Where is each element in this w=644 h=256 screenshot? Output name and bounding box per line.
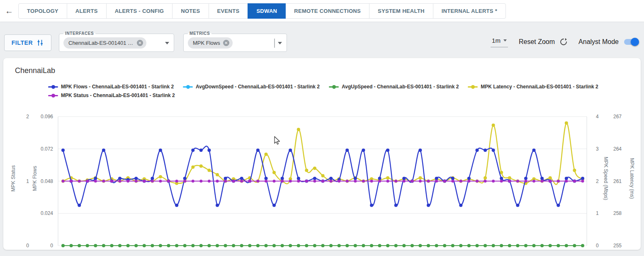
metrics-chip[interactable]: MPK Flows ✕ xyxy=(188,37,233,49)
series-point xyxy=(467,180,470,183)
axis-tick-label: 1 xyxy=(596,210,599,216)
series-point xyxy=(549,244,552,247)
series-point xyxy=(418,149,422,152)
series-point xyxy=(110,244,114,247)
series-point xyxy=(451,177,454,180)
series-point xyxy=(240,244,243,247)
series-point xyxy=(532,149,536,152)
series-point xyxy=(354,244,357,247)
series-point xyxy=(411,244,414,247)
series-point xyxy=(78,204,81,207)
series-point xyxy=(191,166,194,169)
series-point xyxy=(313,177,316,180)
series-point xyxy=(500,180,503,183)
analyst-mode-toggle[interactable] xyxy=(624,38,639,46)
series-point xyxy=(435,244,438,247)
tab-events[interactable]: EVENTS xyxy=(209,3,248,19)
series-point xyxy=(281,180,284,183)
filter-button[interactable]: FILTER xyxy=(4,34,51,51)
series-point xyxy=(61,149,65,152)
series-point xyxy=(62,180,65,183)
tab-remote-connections[interactable]: REMOTE CONNECTIONS xyxy=(285,3,369,19)
series-point xyxy=(159,175,162,178)
series-point xyxy=(394,244,398,247)
series-point xyxy=(459,244,462,247)
chart-canvas[interactable]: 01200.0240.0480.0720.0960123425525826126… xyxy=(3,58,641,250)
chip-remove-icon[interactable]: ✕ xyxy=(137,40,143,46)
series-point xyxy=(265,180,267,183)
series-point xyxy=(443,180,446,183)
chip-remove-icon[interactable]: ✕ xyxy=(223,40,229,46)
time-range-select[interactable]: 1m xyxy=(491,37,508,47)
interfaces-chip[interactable]: ChennaiLab-ES-001401 - St... ✕ xyxy=(63,37,146,49)
series-point xyxy=(467,177,471,180)
series-point xyxy=(378,244,382,247)
series-point xyxy=(183,177,187,180)
series-point xyxy=(313,180,316,183)
series-point xyxy=(224,180,227,183)
tab-alerts-config[interactable]: ALERTS - CONFIG xyxy=(106,3,173,19)
tab-alerts[interactable]: ALERTS xyxy=(67,3,107,19)
time-range-value: 1m xyxy=(492,37,501,44)
axis-tick-label: 261 xyxy=(613,178,622,184)
series-point xyxy=(565,244,568,247)
series-point xyxy=(208,180,211,183)
series-point xyxy=(459,204,462,207)
series-point xyxy=(532,180,535,183)
chevron-down-icon[interactable] xyxy=(278,42,282,44)
series-point xyxy=(573,180,576,183)
interfaces-select[interactable]: INTERFACES ChennaiLab-ES-001401 - St... … xyxy=(59,34,174,52)
series-point xyxy=(403,180,406,183)
tab-notes[interactable]: NOTES xyxy=(172,3,209,19)
series-point xyxy=(240,180,243,183)
series-point xyxy=(329,244,333,247)
axis-tick-label: 0 xyxy=(596,243,599,249)
series-point xyxy=(354,180,357,183)
series-point xyxy=(297,180,300,183)
series-point xyxy=(541,180,544,183)
series-point xyxy=(492,124,495,127)
tab-sdwan[interactable]: SDWAN xyxy=(248,3,286,19)
series-point xyxy=(394,180,397,183)
series-point xyxy=(232,244,235,247)
series-point xyxy=(159,149,162,152)
series-point xyxy=(273,180,276,183)
series-point xyxy=(232,180,235,183)
series-point xyxy=(524,244,527,247)
series-point xyxy=(159,244,162,247)
back-arrow-icon[interactable]: ← xyxy=(0,0,18,22)
axis-tick-label: 0 xyxy=(26,243,29,249)
series-point xyxy=(134,177,138,180)
chevron-down-icon[interactable] xyxy=(165,42,169,44)
metrics-select[interactable]: METRICS MPK Flows ✕ xyxy=(183,34,287,52)
series-point xyxy=(492,244,495,247)
series-point xyxy=(70,244,73,247)
series-point xyxy=(224,177,227,180)
series-point xyxy=(199,244,203,247)
series-point xyxy=(134,244,138,247)
axis-tick-label: 0.072 xyxy=(41,146,53,152)
metrics-chip-text: MPK Flows xyxy=(193,40,220,46)
refresh-icon xyxy=(559,38,568,46)
series-point xyxy=(492,180,495,183)
tab-internal-alerts[interactable]: INTERNAL ALERTS * xyxy=(433,3,506,19)
axis-title: MPK Speed (Mbps) xyxy=(603,157,609,200)
series-point xyxy=(191,244,194,247)
reset-zoom-button[interactable]: Reset Zoom xyxy=(519,38,568,46)
tab-system-health[interactable]: SYSTEM HEALTH xyxy=(369,3,433,19)
series-point xyxy=(143,244,146,247)
series-point xyxy=(467,244,471,247)
series-point xyxy=(207,149,211,152)
series-point xyxy=(345,244,349,247)
series-point xyxy=(524,177,527,180)
series-point xyxy=(476,244,479,247)
series-point xyxy=(516,180,519,183)
tab-topology[interactable]: TOPOLOGY xyxy=(18,3,67,19)
series-point xyxy=(183,244,187,247)
series-point xyxy=(167,244,170,247)
series-point xyxy=(476,149,479,152)
series-point xyxy=(451,180,454,183)
series-point xyxy=(289,244,292,247)
series-point xyxy=(557,180,560,183)
series-point xyxy=(175,244,178,247)
